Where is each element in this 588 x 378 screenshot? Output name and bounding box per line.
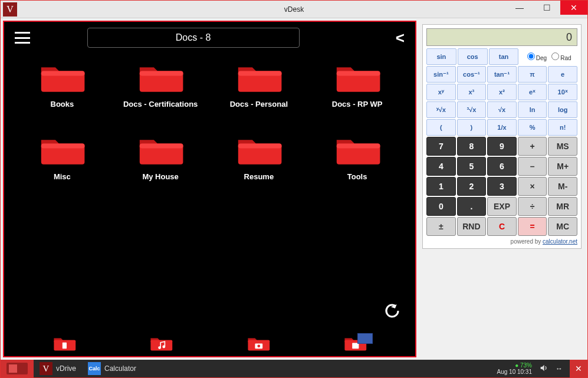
rad-option[interactable]: Rad (550, 52, 571, 61)
calc-display: 0 (426, 28, 577, 46)
calc-×-button[interactable]: × (518, 177, 547, 196)
calc-sci-button[interactable]: n! (548, 119, 577, 136)
calc-sci-button[interactable]: x³ (457, 84, 487, 100)
folder-item[interactable]: Docs - RP WP (311, 60, 403, 109)
calc-sci-button[interactable]: eˣ (518, 84, 547, 100)
location-pill[interactable]: Docs - 8 (87, 28, 300, 48)
svg-rect-9 (41, 144, 85, 149)
calc-sci-button[interactable]: 10ˣ (548, 84, 577, 100)
calc-M--button[interactable]: M- (548, 177, 577, 196)
battery-status: ● 73% Aug 10 10:31 (497, 362, 533, 375)
calc-sci-button[interactable]: ln (518, 101, 547, 118)
folder-label: Docs - RP WP (332, 100, 383, 109)
calc-0-button[interactable]: 0 (426, 197, 456, 216)
folder-item[interactable]: My House (114, 132, 207, 181)
calc-sci-button[interactable]: tan⁻¹ (487, 66, 517, 83)
deg-option[interactable]: Deg (526, 52, 547, 61)
calc-4-button[interactable]: 4 (426, 157, 456, 176)
calc-RND-button[interactable]: RND (457, 217, 487, 236)
tray-camera-button[interactable] (247, 334, 270, 352)
svg-rect-5 (238, 71, 282, 76)
folder-item[interactable]: Tools (311, 132, 403, 181)
svg-rect-18 (151, 340, 173, 351)
calc-1-button[interactable]: 1 (426, 177, 456, 196)
calc-sci-button[interactable]: ʸ√x (426, 101, 456, 118)
calc-MC-button[interactable]: MC (548, 217, 577, 236)
hamburger-icon (15, 32, 30, 44)
folder-label: Books (51, 100, 74, 109)
start-button[interactable] (1, 360, 34, 377)
calc-8-button[interactable]: 8 (457, 137, 487, 156)
folder-item[interactable]: Resume (213, 132, 306, 181)
folder-item[interactable]: Misc (16, 132, 109, 181)
volume-button[interactable] (539, 363, 548, 374)
calc-sci-button[interactable]: π (518, 66, 547, 83)
calc-sci-button[interactable]: ³√x (457, 101, 487, 118)
calc-=-button[interactable]: = (518, 217, 547, 236)
taskbar-item-label: Calculator (104, 364, 136, 373)
calc-tan-button[interactable]: tan (489, 48, 519, 65)
calc-–-button[interactable]: – (518, 157, 547, 176)
folder-icon (334, 60, 381, 95)
minimize-button[interactable]: — (506, 1, 533, 15)
calc-C-button[interactable]: C (487, 217, 517, 236)
calc-cos-button[interactable]: cos (458, 48, 488, 65)
folder-icon (38, 132, 86, 167)
angle-mode: DegRad (520, 48, 577, 65)
svg-rect-13 (238, 144, 282, 149)
calc-MR-button[interactable]: MR (548, 197, 577, 216)
close-button[interactable]: ✕ (560, 1, 587, 15)
calc-sci-button[interactable]: x² (487, 84, 517, 100)
tray-app-button[interactable] (343, 334, 367, 352)
tray-music-button[interactable] (149, 334, 173, 352)
calc-5-button[interactable]: 5 (457, 157, 487, 176)
calc-+-button[interactable]: + (518, 137, 547, 156)
calc-6-button[interactable]: 6 (487, 157, 517, 176)
refresh-button[interactable] (383, 302, 401, 320)
folder-icon (247, 334, 270, 352)
folder-label: Tools (347, 172, 367, 181)
calc-9-button[interactable]: 9 (487, 137, 517, 156)
maximize-button[interactable]: ☐ (533, 1, 560, 15)
folder-icon (235, 132, 282, 167)
folder-item[interactable]: Books (16, 60, 109, 109)
folder-item[interactable]: Docs - Personal (213, 60, 306, 109)
expand-button[interactable]: ↔ (556, 364, 563, 373)
calc-sci-button[interactable]: % (518, 119, 547, 136)
window-title: vDesk (1, 5, 587, 14)
taskbar-close-button[interactable]: ✕ (570, 360, 587, 377)
calc-sci-button[interactable]: √x (487, 101, 517, 118)
svg-rect-17 (63, 343, 67, 349)
calculator-pane: 0 sincostanDegRadsin⁻¹cos⁻¹tan⁻¹πexʸx³x²… (419, 21, 585, 357)
calc-credit: powered by calculator.net (426, 238, 577, 245)
calc-7-button[interactable]: 7 (426, 137, 456, 156)
calc-sin-button[interactable]: sin (426, 48, 456, 65)
calc-EXP-button[interactable]: EXP (487, 197, 517, 216)
menu-button[interactable] (15, 32, 35, 44)
calc-sci-button[interactable]: ) (457, 119, 487, 136)
app-icon: V (3, 2, 17, 17)
calc-sci-button[interactable]: ( (426, 119, 456, 136)
vdrive-icon: V (40, 362, 52, 375)
calc-÷-button[interactable]: ÷ (518, 197, 547, 216)
titlebar: V vDesk — ☐ ✕ (1, 1, 587, 18)
calc-M+-button[interactable]: M+ (548, 157, 577, 176)
calc-sci-button[interactable]: cos⁻¹ (457, 66, 487, 83)
tray-doc-button[interactable] (52, 334, 76, 352)
calc-sci-button[interactable]: 1/x (487, 119, 517, 136)
calc-3-button[interactable]: 3 (487, 177, 517, 196)
back-button[interactable]: < (396, 29, 405, 47)
taskbar-item-vdrive[interactable]: VvDrive (34, 360, 82, 377)
folder-item[interactable]: Docs - Certifications (114, 60, 207, 109)
calc-.-button[interactable]: . (457, 197, 487, 216)
calc-2-button[interactable]: 2 (457, 177, 487, 196)
calc-sci-button[interactable]: sin⁻¹ (426, 66, 456, 83)
taskbar-item-calculator[interactable]: CalcCalculator (82, 360, 142, 377)
credit-link[interactable]: calculator.net (543, 238, 577, 245)
calc-MS-button[interactable]: MS (548, 137, 577, 156)
calc-sci-button[interactable]: xʸ (426, 84, 456, 100)
calc-sci-button[interactable]: e (548, 66, 577, 83)
folder-icon (149, 334, 173, 352)
calc-sci-button[interactable]: log (548, 101, 577, 118)
calc-±-button[interactable]: ± (426, 217, 456, 236)
